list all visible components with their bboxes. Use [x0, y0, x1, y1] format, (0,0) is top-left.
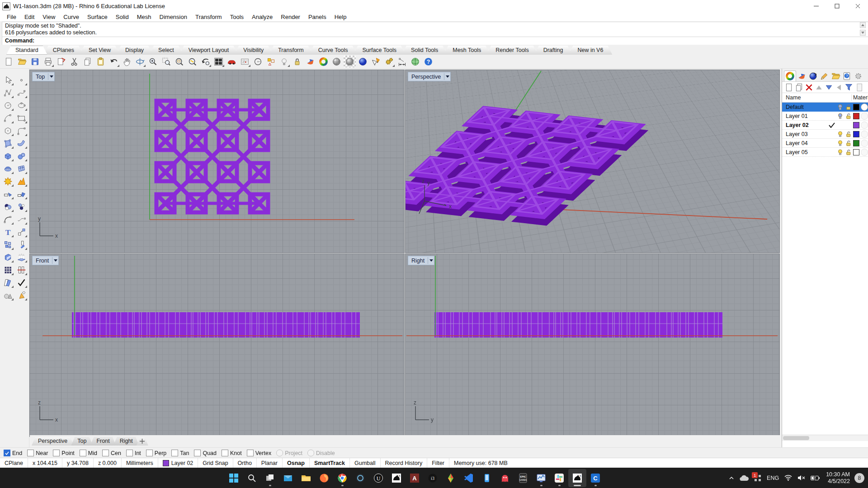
- layer-material-dot[interactable]: [861, 103, 868, 111]
- scroll-down-icon[interactable]: [860, 30, 866, 36]
- wifi-icon[interactable]: [784, 475, 792, 481]
- layer-visibility-toggle[interactable]: [836, 131, 844, 137]
- status-record-history[interactable]: Record History: [381, 458, 428, 468]
- layer-color-cell[interactable]: [852, 104, 860, 110]
- toolbar-button-pan[interactable]: [121, 56, 133, 67]
- maximize-button[interactable]: [826, 0, 847, 12]
- toolbar-button-object-snap-shapes[interactable]: [265, 56, 277, 67]
- toolbar-button-dimension[interactable]: [396, 56, 408, 67]
- layer-color-swatch[interactable]: [853, 149, 859, 155]
- settings-gear-tab[interactable]: [853, 71, 864, 81]
- layer-lock-toggle[interactable]: [844, 149, 852, 155]
- sidebar-button-blocks[interactable]: [2, 239, 14, 250]
- material-column-header[interactable]: Material: [851, 94, 868, 101]
- status-z-0-000[interactable]: z 0.000: [94, 458, 122, 468]
- checkbox-mid[interactable]: [80, 450, 86, 456]
- layer-lock-toggle[interactable]: [844, 131, 852, 137]
- sidebar-button-rectangle[interactable]: [15, 112, 28, 124]
- command-scrollbar[interactable]: [860, 22, 865, 36]
- layer-color-swatch[interactable]: [853, 140, 859, 146]
- viewport-title-front[interactable]: Front: [32, 256, 59, 265]
- command-prompt[interactable]: Command:: [2, 37, 868, 45]
- taskbar-app-firefox[interactable]: [315, 469, 333, 487]
- sidebar-button-grey-solids[interactable]: [2, 289, 14, 301]
- layer-material-cell[interactable]: [860, 131, 868, 138]
- toolbar-button-zoom-window[interactable]: [173, 56, 185, 67]
- sidebar-button-polygon[interactable]: [2, 125, 14, 136]
- checkbox-quad[interactable]: [194, 450, 201, 456]
- checkbox-vertex[interactable]: [247, 450, 254, 456]
- menu-mesh[interactable]: Mesh: [133, 13, 156, 21]
- toolbar-button-markup[interactable]: [55, 56, 67, 67]
- toolbar-button-raytrace-sphere[interactable]: [357, 56, 369, 67]
- sidebar-button-fillet-curves[interactable]: [2, 213, 14, 225]
- layer-material-cell[interactable]: [860, 140, 868, 147]
- toolbar-button-copy[interactable]: [81, 56, 94, 67]
- layer-material-dot[interactable]: [861, 131, 868, 138]
- toolbar-tab-standard[interactable]: Standard: [6, 46, 47, 55]
- osnap-cen[interactable]: Cen: [102, 450, 121, 456]
- toolbar-tab-new-in-v6[interactable]: New in V6: [568, 46, 612, 55]
- osnap-project[interactable]: Project: [276, 450, 302, 456]
- sidebar-button-flip-pages[interactable]: [2, 277, 14, 288]
- toolbar-tab-drafting[interactable]: Drafting: [534, 46, 572, 55]
- viewport-top[interactable]: yx Top: [30, 70, 404, 253]
- panel-horizontal-scrollbar[interactable]: [782, 435, 868, 441]
- layer-material-cell[interactable]: [860, 122, 868, 129]
- layer-material-dot[interactable]: [861, 149, 868, 156]
- command-history[interactable]: Display mode set to "Shaded".616 polysur…: [2, 22, 868, 38]
- viewport-title-right[interactable]: Right: [408, 256, 434, 265]
- sidebar-button-circle[interactable]: [2, 99, 14, 111]
- sidebar-button-array-linear[interactable]: [15, 264, 28, 276]
- status-layer-02[interactable]: Layer 02: [158, 458, 198, 468]
- delete-layer-button[interactable]: [804, 82, 814, 92]
- osnap-int[interactable]: Int: [126, 450, 141, 456]
- taskbar-app-black-circle-app[interactable]: i3: [424, 469, 442, 487]
- close-button[interactable]: [847, 0, 868, 12]
- menu-edit[interactable]: Edit: [20, 13, 38, 21]
- menu-analyze[interactable]: Analyze: [248, 13, 277, 21]
- layer-material-dot[interactable]: [861, 113, 868, 120]
- status-planar[interactable]: Planar: [257, 458, 283, 468]
- layer-color-cell[interactable]: [852, 131, 860, 137]
- sidebar-button-curve[interactable]: [15, 87, 28, 99]
- toolbar-tab-curve-tools[interactable]: Curve Tools: [309, 46, 357, 55]
- taskbar-app-file-explorer[interactable]: [297, 469, 315, 487]
- sidebar-button-shear[interactable]: [15, 239, 28, 250]
- sidebar-button-corner-curve[interactable]: [15, 125, 28, 136]
- notification-center-badge[interactable]: 8: [854, 473, 864, 483]
- chevron-down-icon[interactable]: [54, 259, 57, 262]
- toolbar-button-display-wheel[interactable]: [317, 56, 330, 67]
- volume-muted-icon[interactable]: [797, 475, 805, 481]
- layer-color-cell[interactable]: [852, 140, 860, 146]
- layer-lock-toggle[interactable]: [844, 140, 852, 146]
- toolbar-tab-surface-tools[interactable]: Surface Tools: [353, 46, 406, 55]
- sidebar-button-blend-curves[interactable]: [15, 213, 28, 225]
- toolbar-button-paste[interactable]: [94, 56, 107, 67]
- toolbar-tab-visibility[interactable]: Visibility: [234, 46, 273, 55]
- layer-color-cell[interactable]: [852, 122, 860, 128]
- taskbar-app-resource-monitor[interactable]: [532, 469, 550, 487]
- menu-transform[interactable]: Transform: [191, 13, 226, 21]
- checkbox-tan[interactable]: [171, 450, 178, 456]
- materials-sail-tab[interactable]: [796, 71, 807, 81]
- checkbox-disable[interactable]: [307, 450, 314, 456]
- taskbar-app-maxon-diamond[interactable]: [442, 469, 460, 487]
- toolbar-button-zoom-plus[interactable]: [147, 56, 159, 67]
- chevron-down-icon[interactable]: [429, 259, 433, 262]
- layer-color-swatch[interactable]: [853, 104, 859, 110]
- viewport-tab-top[interactable]: Top: [71, 437, 93, 446]
- taskbar-app-autocad[interactable]: A: [406, 469, 424, 487]
- viewport-tab-right[interactable]: Right: [113, 437, 139, 446]
- viewport-front[interactable]: zx Front: [30, 254, 404, 436]
- menu-curve[interactable]: Curve: [59, 13, 83, 21]
- notes-pencil-tab[interactable]: [819, 71, 830, 81]
- toolbar-button-undo[interactable]: [108, 56, 120, 67]
- battery-icon[interactable]: [811, 475, 820, 481]
- current-layer-check-icon[interactable]: [828, 122, 836, 128]
- copy-layer-button[interactable]: [794, 82, 804, 92]
- checkbox-point[interactable]: [53, 450, 60, 456]
- toolbar-tab-set-view[interactable]: Set View: [80, 46, 120, 55]
- layer-lock-toggle[interactable]: [844, 103, 852, 110]
- tray-app-icon[interactable]: 1: [754, 474, 761, 482]
